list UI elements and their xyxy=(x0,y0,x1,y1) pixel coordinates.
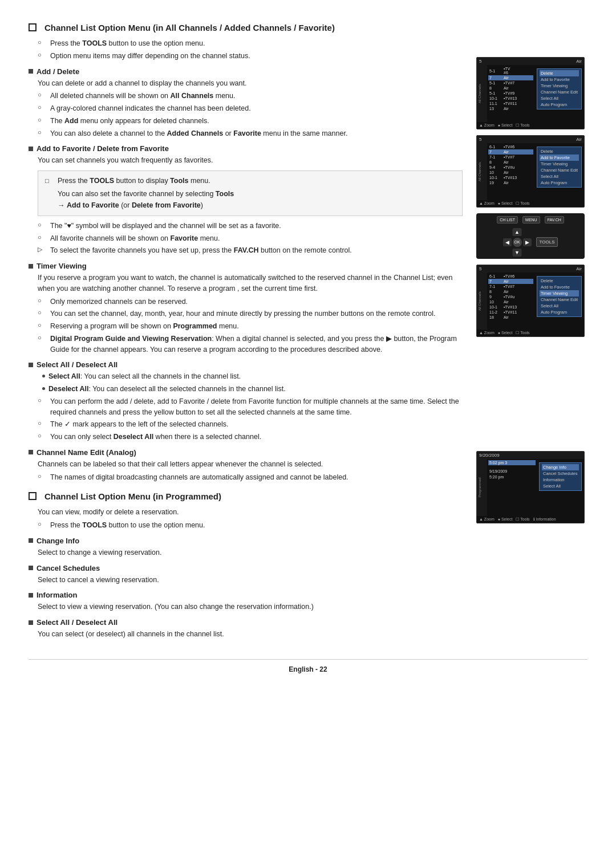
tv-row: 18Air xyxy=(488,315,533,320)
channel-name-note: ○ The names of digital broadcasting chan… xyxy=(29,472,463,483)
tv-row: 5-1▪TV#7 xyxy=(488,80,533,86)
tv-row: 9-4▪TV#u xyxy=(488,165,533,170)
channel-name-edit-header: Channel Name Edit (Analog) xyxy=(29,448,463,457)
note-icon-sa1: ○ xyxy=(38,397,47,404)
menu-cancel-sched: Cancel Schedules xyxy=(542,470,579,477)
tv-row: 11.1▪TV#11 xyxy=(488,101,533,106)
menu-timer-3: Timer Viewing xyxy=(540,290,579,296)
menu-select-all-4: Select All xyxy=(542,483,579,489)
tv-menu-4: Change Info Cancel Schedules Information… xyxy=(538,461,583,514)
tv-screenshot-2: 5 Air All Channels 6-1▪TV#6 7Air 7-1▪TV#… xyxy=(476,135,585,208)
select-all-header-2: Select All / Deselect All xyxy=(29,618,463,627)
select-all-note-2: ○ The ✓ mark appears to the left of the … xyxy=(29,419,463,430)
note-icon-ad3: ○ xyxy=(38,116,47,123)
tv-row: 7-1▪TV#7 xyxy=(488,284,533,289)
menu-button: MENU xyxy=(522,216,540,224)
menu-information: Information xyxy=(542,477,579,483)
tv-header-4: 9/20/2009 xyxy=(477,452,584,459)
menu-select-all: Select All xyxy=(540,95,579,101)
timer-note-3: ○ Reserving a program will be shown on P… xyxy=(29,321,463,332)
menu-select-all-2: Select All xyxy=(540,173,579,180)
square-bullet-1 xyxy=(29,69,33,74)
tv-row-selected: 7Air xyxy=(488,75,533,80)
add-favorite-header: Add to Favorite / Delete from Favorite xyxy=(29,144,463,153)
note-icon-fav3: ▷ xyxy=(38,246,47,253)
square-bullet-7 xyxy=(29,566,33,570)
note-icon-tv1: ○ xyxy=(38,297,47,304)
section2-title: Channel List Option Menu (in Programmed) xyxy=(29,491,463,501)
tv-row: 7-1▪TV#7 xyxy=(488,155,533,160)
select-all-note-3: ○ You can only select Deselect All when … xyxy=(29,432,463,442)
note-icon-sa3: ○ xyxy=(38,432,47,439)
intro-note-2: ○ Option menu items may differ depending… xyxy=(29,51,463,62)
right-images-col: 5 Air All Channels 5-1▪TV #6 7Air 5-1▪TV… xyxy=(476,23,587,642)
menu-delete-2: Delete xyxy=(540,148,579,155)
change-info-header: Change Info xyxy=(29,537,463,545)
section2-desc: You can view, modify or delete a reserva… xyxy=(29,507,463,518)
dot-bullet-1 xyxy=(42,375,45,377)
tv-row: 6-1▪TV#6 xyxy=(488,274,533,279)
chlist-button: CH LIST xyxy=(497,216,518,224)
tv-row: 9▪TV#u xyxy=(488,294,533,299)
tv-row: 10Air xyxy=(488,170,533,175)
menu-auto-prog-2: Auto Program xyxy=(540,180,579,186)
remote-control-image: CH LIST MENU FAV.CH ▲ ◀ ▶ ▼ OK TOOLS xyxy=(476,213,585,259)
add-delete-note-4: ○ You can also delete a channel to the A… xyxy=(29,128,463,139)
tv-popup-2: Delete Add to Favorite Timer Viewing Cha… xyxy=(537,147,582,188)
menu-delete: Delete xyxy=(540,70,579,76)
timer-note-4: ○ Digital Program Guide and Viewing Rese… xyxy=(29,334,463,355)
remote-right: ▶ xyxy=(523,238,532,246)
menu-timer: Timer Viewing xyxy=(540,83,579,89)
tv-menu-3: Delete Add to Favorite Timer Viewing Cha… xyxy=(536,275,583,327)
tv-popup-4: Change Info Cancel Schedules Information… xyxy=(539,462,582,491)
add-delete-desc: You can delete or add a channel to displ… xyxy=(29,78,463,89)
timer-note-1: ○ Only memorized channels can be reserve… xyxy=(29,296,463,307)
tv-popup-3: Delete Add to Favorite Timer Viewing Cha… xyxy=(537,276,582,317)
note-icon-tv4: ○ xyxy=(38,334,47,341)
highlight-box: □ Press the TOOLS button to display Tool… xyxy=(38,170,463,216)
tv-channel-list-3: 6-1▪TV#6 7Air 7-1▪TV#7 8Air 9▪TV#u 10Air… xyxy=(487,273,534,330)
tv-header-1: 5 Air xyxy=(477,58,584,65)
tv-row: 5-1▪TV #6 xyxy=(488,66,533,75)
tv-sidebar-3: All Channels xyxy=(477,273,487,330)
information-header: Information xyxy=(29,591,463,599)
tv-screenshot-4: 9/20/2009 Programmed 5:02 pm 3 9/19/2009… xyxy=(476,451,585,523)
tv-footer-4: ▲ Zoom ● Select ☐ Tools ℹ Information xyxy=(477,516,584,523)
tv-sidebar-1: All Channels xyxy=(477,65,487,122)
note-icon-tv2: ○ xyxy=(38,309,47,316)
remote-buttons-row-2: ▲ ◀ ▶ ▼ OK TOOLS xyxy=(503,228,558,257)
add-delete-note-3: ○ The Add menu only appears for deleted … xyxy=(29,116,463,127)
menu-add-fav-2: Add to Favorite xyxy=(540,155,579,161)
tv-row-selected-2: 7Air xyxy=(488,149,533,155)
tv-body-2: All Channels 6-1▪TV#6 7Air 7-1▪TV#7 8Air… xyxy=(477,143,584,200)
tv-sidebar-4: Programmed xyxy=(477,459,487,516)
remote-buttons-row-1: CH LIST MENU FAV.CH xyxy=(497,216,564,224)
highlight-desc: You can also set the favorite channel by… xyxy=(45,188,455,211)
tv-channel-list-2: 6-1▪TV#6 7Air 7-1▪TV#7 8Air 9-4▪TV#u 10A… xyxy=(487,143,534,200)
tv-screenshot-3: 5 Air All Channels 6-1▪TV#6 7Air 7-1▪TV#… xyxy=(476,265,585,337)
footer: English - 22 xyxy=(29,659,587,673)
note-icon-sa2: ○ xyxy=(38,420,47,426)
note-icon-s2: ○ xyxy=(38,521,47,527)
arrow-text: → Add to Favorite (or Delete from Favori… xyxy=(58,201,203,209)
tv-footer-1: ▲ Zoom ● Select ☐ Tools xyxy=(477,122,584,129)
tv-menu-1: Delete Add to Favorite Timer Viewing Cha… xyxy=(536,67,583,120)
menu-change-info: Change Info xyxy=(542,464,579,470)
tv-body-4: Programmed 5:02 pm 3 9/19/2009 5:20 pm C… xyxy=(477,459,584,516)
tv-footer-3: ▲ Zoom ● Select ☐ Tools xyxy=(477,330,584,336)
tv-row: 13Air xyxy=(488,106,533,111)
remote-left: ◀ xyxy=(503,238,512,246)
tv-row: 10Air xyxy=(488,299,533,304)
remote-down: ▼ xyxy=(512,249,522,257)
square-bullet-2 xyxy=(29,147,33,151)
tv-row: 6-1▪TV#6 xyxy=(488,144,533,149)
tv-row: 19Air xyxy=(488,180,533,185)
select-all-bullet-2: Deselect All: You can deselect all the s… xyxy=(29,384,463,395)
highlight-icon: □ xyxy=(45,176,54,186)
tv-row: 8Air xyxy=(488,289,533,294)
square-bullet-3 xyxy=(29,264,33,269)
menu-delete-3: Delete xyxy=(540,278,579,284)
tv-row: 5-1▪TV#9 xyxy=(488,91,533,96)
fav-note-2: ○ All favorite channels will be shown on… xyxy=(29,233,463,244)
tv-body-3: All Channels 6-1▪TV#6 7Air 7-1▪TV#7 8Air… xyxy=(477,273,584,330)
